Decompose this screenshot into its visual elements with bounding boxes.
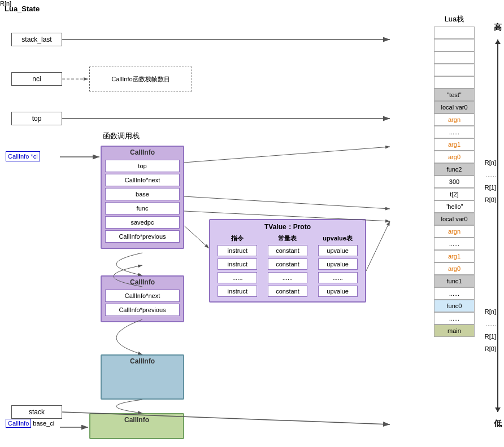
stack-cell-2 (434, 51, 475, 64)
callinfo-box-2: CallInfo CallInfo*next CallInfo*previous (101, 275, 184, 322)
stack-cell-arg1-2: arg1 (434, 250, 475, 262)
top-label: top (32, 115, 42, 122)
callinfo-base-box: CallInfo (89, 413, 184, 439)
tvalue-cell-upvalue-1: upvalue (318, 245, 358, 256)
stack-cell-arg1-1: arg1 (434, 138, 475, 151)
stack-cell-3 (434, 64, 475, 76)
lua-stack: Lua栈 "test" local var0 argn ...... arg1 … (434, 14, 475, 337)
stack-cell-hello: "hello" (434, 200, 475, 213)
callinfo2-field-previous: CallInfo*previous (105, 304, 180, 316)
nci-label: nci (32, 75, 41, 83)
lua-stack-title: Lua栈 (434, 14, 475, 24)
tvalue-row-1: instruct constant upvalue (210, 244, 365, 257)
tvalue-cell-constant-4: constant (268, 286, 307, 297)
stack-cell-t2: t[2] (434, 188, 475, 200)
callinfo2-title: CallInfo (102, 277, 183, 288)
top-box: top (11, 112, 62, 125)
stack-cell-0 (434, 27, 475, 39)
tvalue-title: TValue：Proto (210, 220, 365, 233)
callinfo1-field-savedpc: savedpc (105, 216, 180, 229)
stack-cell-dots-1: ...... (434, 126, 475, 138)
tvalue-cell-upvalue-4: upvalue (318, 286, 358, 297)
stack-box: stack (11, 405, 62, 419)
tvalue-row-4: instruct constant upvalue (210, 284, 365, 298)
tvalue-headers: 指令 常量表 upvalue表 (210, 233, 365, 244)
stack-cell-4 (434, 76, 475, 89)
high-low-labels: 高 低 (494, 23, 502, 429)
stack-cell-1 (434, 39, 475, 51)
tvalue-cell-instruct-2: instruct (218, 258, 257, 270)
tvalue-cell-upvalue-3: ...... (318, 272, 358, 283)
tvalue-cell-instruct-1: instruct (218, 245, 257, 256)
stack-cell-dots-func1: ...... (434, 287, 475, 300)
nci-box: nci (11, 72, 62, 86)
tvalue-box: TValue：Proto 指令 常量表 upvalue表 instruct co… (209, 219, 366, 303)
func-call-stack-label: 函数调用栈 (103, 131, 140, 141)
stack-cell-localvar0-2: local var0 (434, 213, 475, 225)
callinfo1-title: CallInfo (102, 147, 183, 158)
base-ci-suffix: base_ci (33, 420, 54, 427)
svg-line-11 (366, 221, 390, 271)
callinfo3-title: CallInfo (102, 356, 183, 367)
diagram: Lua_State stack_last nci top stack CallI… (0, 0, 504, 447)
svg-line-10 (184, 226, 209, 248)
tvalue-cell-constant-2: constant (268, 258, 307, 270)
stack-cell-300: 300 (434, 176, 475, 188)
callinfo-box-1: CallInfo top CallInfo*next base func sav… (101, 146, 184, 249)
tvalue-cell-instruct-3: ...... (218, 272, 257, 283)
callinfo2-field-next: CallInfo*next (105, 290, 180, 302)
stack-cell-test: "test" (434, 89, 475, 101)
nci-annotation-label: CallInfo函数栈帧数目 (111, 75, 170, 84)
callinfo1-field-next: CallInfo*next (105, 174, 180, 186)
base-ci-label: CallInfo base_ci (6, 420, 54, 427)
callinfo1-field-top: top (105, 160, 180, 172)
tvalue-row-2: instruct constant upvalue (210, 257, 365, 271)
base-ci-text: CallInfo (6, 419, 31, 428)
svg-line-7 (184, 147, 390, 163)
tvalue-cell-instruct-4: instruct (218, 286, 257, 297)
stack-label: stack (29, 408, 45, 416)
stack-cell-argn-2: argn (434, 225, 475, 238)
r-label-rn-1: R[n] (0, 0, 11, 7)
nci-annotation-box: CallInfo函数栈帧数目 (89, 67, 192, 91)
stack-cell-func1: func1 (434, 275, 475, 287)
svg-line-8 (184, 196, 390, 209)
tvalue-cell-constant-1: constant (268, 245, 307, 256)
callinfo-ci-label: CallInfo *ci (6, 151, 40, 161)
callinfo-box-3: CallInfo (101, 354, 184, 400)
tvalue-col-constant: 常量表 (268, 234, 307, 243)
stack-last-label: stack_last (21, 36, 51, 43)
callinfo1-field-base: base (105, 188, 180, 200)
ci-label-text: CallInfo *ci (8, 153, 38, 160)
tvalue-cell-constant-3: ...... (268, 272, 307, 283)
high-label: 高 (494, 23, 502, 33)
low-label: 低 (494, 419, 502, 429)
stack-cell-argn-1: argn (434, 113, 475, 126)
stack-cell-arg0-1: arg0 (434, 151, 475, 163)
stack-cell-main: main (434, 325, 475, 337)
stack-cell-localvar0-1: local var0 (434, 101, 475, 113)
stack-cell-arg0-2: arg0 (434, 262, 475, 275)
tvalue-row-3: ...... ...... ...... (210, 271, 365, 284)
callinfo1-field-func: func (105, 202, 180, 214)
stack-cell-func2: func2 (434, 163, 475, 176)
stack-last-box: stack_last (11, 33, 62, 46)
callinfo-base-title: CallInfo (90, 414, 183, 426)
tvalue-col-instruct: 指令 (218, 234, 257, 243)
stack-cell-dots-2: ...... (434, 238, 475, 250)
tvalue-col-upvalue: upvalue表 (318, 234, 358, 243)
stack-cell-func0: func0 (434, 300, 475, 312)
stack-cell-dots-func0: ...... (434, 312, 475, 325)
callinfo1-field-previous: CallInfo*previous (105, 230, 180, 243)
tvalue-cell-upvalue-2: upvalue (318, 258, 358, 270)
